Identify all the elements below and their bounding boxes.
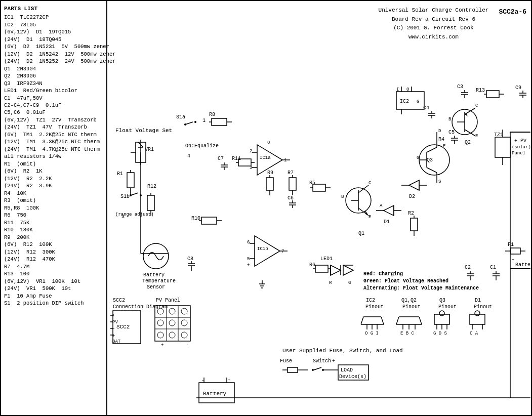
svg-text:+: + [332, 358, 335, 364]
svg-rect-60 [201, 217, 217, 224]
parts-list-item: C2-C4,C7-C9 0.1uF [4, 102, 103, 109]
svg-text:G: G [417, 99, 419, 104]
svg-text:C7: C7 [218, 156, 224, 161]
website: www.cirkits.com [379, 33, 489, 42]
scc-id: SCC2a-6 [499, 8, 526, 16]
svg-point-24 [184, 123, 186, 126]
svg-text:PV Panel: PV Panel [156, 298, 180, 303]
svg-text:Q3: Q3 [427, 157, 433, 163]
svg-point-269 [169, 308, 175, 314]
svg-line-227 [396, 317, 399, 324]
svg-point-274 [157, 332, 163, 338]
svg-text:R5: R5 [309, 180, 315, 186]
svg-marker-90 [343, 265, 353, 275]
svg-text:D2: D2 [409, 194, 415, 199]
svg-point-237 [439, 311, 444, 316]
svg-text:G D S: G D S [433, 331, 447, 336]
svg-text:S1b: S1b [120, 194, 130, 199]
svg-text:R7: R7 [288, 170, 294, 176]
svg-text:C2: C2 [465, 265, 471, 270]
svg-text:3: 3 [121, 214, 125, 220]
svg-text:D: D [438, 129, 441, 134]
svg-rect-15 [127, 173, 134, 188]
svg-line-218 [381, 317, 384, 324]
svg-point-25 [194, 121, 196, 123]
parts-list-item: R7 4.7M [4, 263, 103, 270]
svg-text:Fuse: Fuse [280, 358, 292, 364]
svg-text:Battery: Battery [203, 391, 227, 397]
parts-list-item: (12V) R12 300K [4, 248, 103, 256]
parts-list-item: (24V) TM1 4.7K@25c NTC therm [4, 146, 103, 153]
svg-rect-160 [486, 91, 499, 98]
svg-text:E B C: E B C [400, 331, 415, 336]
parts-list-item: (6V,12V) VR1 100K 10t [4, 278, 103, 285]
svg-text:User Supplied Fuse, Switch, an: User Supplied Fuse, Switch, and Load [282, 348, 403, 354]
svg-text:B: B [448, 117, 452, 122]
parts-list-item: (24V) D2 1N5252 24V 500mw zener [4, 58, 103, 65]
parts-list: PARTS LIST IC1 TLC2272CPIC2 78L05(6V,12V… [1, 1, 107, 415]
svg-text:LOAD: LOAD [341, 367, 353, 373]
parts-list-item: LED1 Red/Green bicolor [4, 87, 103, 94]
svg-line-8 [131, 193, 138, 195]
svg-text:1: 1 [284, 158, 287, 163]
svg-text:R: R [329, 280, 332, 285]
svg-text:E: E [443, 144, 445, 149]
svg-text:+: + [512, 258, 514, 263]
svg-text:C: C [369, 181, 372, 186]
svg-text:Device(s): Device(s) [339, 374, 366, 380]
svg-text:1: 1 [202, 118, 206, 123]
svg-point-270 [181, 308, 187, 314]
parts-list-item: Q2 2N3906 [4, 72, 103, 79]
svg-text:+: + [112, 334, 115, 339]
svg-text:7: 7 [281, 249, 284, 254]
svg-text:Green: Float Voltage Reached: Green: Float Voltage Reached [363, 278, 448, 284]
parts-list-item: (6V,12V) TZ1 27V Transzorb [4, 116, 103, 123]
header-block: Universal Solar Charge Controller Board … [110, 4, 530, 44]
svg-text:R1: R1 [117, 171, 123, 177]
svg-text:Q1: Q1 [358, 231, 364, 236]
svg-text:-: - [112, 326, 115, 331]
svg-rect-52 [266, 178, 273, 190]
svg-text:I: I [396, 87, 399, 92]
svg-text:O G I: O G I [365, 331, 379, 336]
parts-list-item: (12V) R2 2.2K [4, 175, 103, 182]
svg-text:A: A [380, 203, 383, 209]
parts-list-item: Q1 2N3904 [4, 65, 103, 72]
svg-text:C3: C3 [457, 84, 463, 90]
svg-point-271 [157, 320, 163, 326]
svg-point-272 [169, 320, 175, 326]
parts-list-item: R9 200K [4, 234, 103, 241]
parts-list-item: (6V) R12 100K [4, 241, 103, 248]
svg-text:LED1: LED1 [320, 256, 333, 262]
parts-list-item: (6V,12V) D1 19TQ015 [4, 28, 103, 35]
svg-text:Battery: Battery [515, 262, 530, 268]
svg-text:R13: R13 [476, 88, 485, 93]
parts-list-item: R4 10K [4, 190, 103, 197]
parts-list-item: (24V) VR1 500K 10t [4, 285, 103, 292]
svg-text:Red: Charging: Red: Charging [363, 271, 403, 277]
svg-text:C   A: C A [470, 331, 478, 336]
svg-text:C6: C6 [288, 195, 294, 201]
svg-text:On:Equalize: On:Equalize [185, 143, 219, 149]
svg-rect-177 [495, 137, 510, 157]
svg-text:-: - [247, 240, 250, 245]
svg-text:IC1a: IC1a [260, 155, 271, 160]
svg-rect-263 [155, 306, 190, 341]
svg-text:IC1b: IC1b [257, 246, 268, 252]
svg-text:Pinout: Pinout [402, 304, 421, 310]
svg-text:SCC2: SCC2 [113, 298, 125, 303]
svg-text:5: 5 [247, 257, 250, 262]
svg-text:R9: R9 [267, 170, 273, 176]
svg-line-23 [185, 122, 193, 124]
svg-line-105 [358, 185, 369, 193]
svg-marker-118 [409, 180, 419, 190]
parts-list-item: F1 10 Amp Fuse [4, 293, 103, 300]
svg-text:G: G [348, 280, 351, 285]
svg-line-217 [361, 317, 363, 324]
svg-text:F1: F1 [508, 242, 514, 247]
svg-text:Pinout: Pinout [365, 304, 384, 310]
svg-text:Pinout: Pinout [438, 304, 457, 310]
parts-list-item: (12V) TM1 3.3K@25c NTC therm [4, 138, 103, 145]
svg-rect-125 [411, 218, 418, 231]
main-container: PARTS LIST IC1 TLC2272CPIC2 78L05(6V,12V… [0, 0, 532, 416]
